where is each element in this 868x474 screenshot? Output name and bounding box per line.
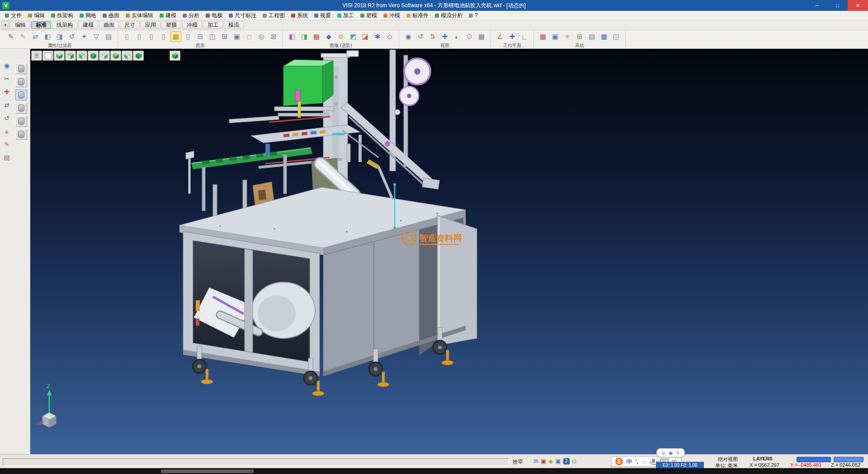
ribbon-tool-icon[interactable]: ▤	[586, 31, 597, 42]
ribbon-tool-icon[interactable]: ▯	[183, 31, 193, 42]
ribbon-tool-icon[interactable]: ⇄	[30, 31, 41, 42]
menu-item-塑模[interactable]: 塑模	[357, 11, 380, 20]
ribbon-tool-icon[interactable]: ⊞	[219, 31, 230, 42]
snap-button[interactable]: 拴宰	[513, 459, 523, 465]
ime-mini-popup[interactable]: ◎▣✎	[656, 448, 685, 457]
ribbon-tool-icon[interactable]: ▦	[311, 31, 322, 42]
ribbon-tool-icon[interactable]: ◎	[256, 31, 267, 42]
ribbon-tool-icon[interactable]: ✳	[562, 31, 573, 42]
tab-线架构[interactable]: 线架构	[52, 21, 77, 29]
ribbon-tool-icon[interactable]: ▽	[91, 31, 102, 42]
menu-item-?[interactable]: ?	[466, 11, 481, 20]
mini-popup-icon[interactable]: ✎	[676, 450, 679, 455]
menu-item-视窗[interactable]: 视窗	[311, 11, 334, 20]
ime-punctuation-icon[interactable]: ’,	[635, 459, 638, 465]
ribbon-tool-icon[interactable]: ⊙	[464, 31, 475, 42]
ribbon-tool-icon[interactable]: ▦	[170, 31, 181, 42]
ribbon-tool-icon[interactable]: ⊞	[574, 31, 585, 42]
menu-item-尺寸标注[interactable]: 尺寸标注	[226, 11, 259, 20]
tab-尺寸[interactable]: 尺寸	[120, 21, 140, 29]
ribbon-tool-icon[interactable]: ◉	[403, 31, 414, 42]
view-cube-button[interactable]	[65, 51, 76, 61]
menu-item-系统[interactable]: 系统	[288, 11, 311, 20]
ribbon-tool-icon[interactable]: ▩	[599, 31, 609, 42]
filter-tool-button[interactable]	[15, 129, 27, 140]
ribbon-tool-icon[interactable]: ✱	[372, 31, 383, 42]
tray-icon[interactable]: ▣	[541, 458, 546, 465]
layer-color-swatch[interactable]	[797, 457, 831, 462]
menu-item-文件[interactable]: 文件	[2, 11, 25, 20]
maximize-button[interactable]: □	[827, 0, 848, 11]
ime-logo-icon[interactable]: S	[615, 458, 623, 465]
ribbon-tool-icon[interactable]: ∠	[495, 31, 505, 42]
ribbon-tool-icon[interactable]: ▦	[476, 31, 487, 42]
ribbon-tool-icon[interactable]: ⊟	[195, 31, 206, 42]
side-tool-icon[interactable]: ▲	[2, 126, 12, 136]
viewcube-menu-button[interactable]: ☰	[31, 51, 42, 61]
menu-item-分析[interactable]: 分析	[179, 11, 203, 20]
view-blank-button[interactable]	[42, 51, 53, 61]
menu-item-网格[interactable]: 网格	[76, 11, 99, 20]
menu-item-曲面[interactable]: 曲面	[99, 11, 123, 20]
ribbon-tool-icon[interactable]: ✎	[18, 31, 28, 42]
viewport-3d[interactable]: ☰	[30, 49, 868, 454]
side-tool-icon[interactable]: ✚	[2, 87, 12, 97]
ribbon-tool-icon[interactable]: ◫	[207, 31, 218, 42]
ribbon-tool-icon[interactable]: ◐	[452, 31, 462, 42]
side-tool-icon[interactable]: ⇄	[2, 100, 12, 110]
ribbon-tool-icon[interactable]: ✦	[79, 31, 90, 42]
tab-应用[interactable]: 应用	[141, 21, 160, 29]
ribbon-tool-icon[interactable]: ◨	[299, 31, 310, 42]
tab-标准[interactable]: 标准	[31, 21, 51, 29]
layer-indicator[interactable]: LAYER0	[753, 456, 772, 461]
taskbar-item[interactable]	[161, 469, 254, 473]
view-mode-indicator[interactable]: 绝对视图	[718, 456, 738, 463]
ribbon-tool-icon[interactable]: ∟	[519, 31, 530, 42]
ribbon-tool-icon[interactable]: ✎	[5, 31, 16, 42]
ribbon-tool-icon[interactable]: ◇	[384, 31, 395, 42]
selection-color-swatch[interactable]	[834, 457, 863, 462]
menu-item-线架构[interactable]: 线架构	[48, 11, 76, 20]
ribbon-tool-icon[interactable]: ▣	[550, 31, 561, 42]
menu-item-加工[interactable]: 加工	[334, 11, 357, 20]
ribbon-tool-icon[interactable]: ↺	[66, 31, 77, 42]
notification-badge[interactable]: 2	[563, 458, 570, 465]
tab-编辑[interactable]: 编辑	[10, 21, 30, 29]
view-cube-button[interactable]	[122, 51, 132, 61]
ribbon-tool-icon[interactable]: ◧	[42, 31, 53, 42]
ribbon-tool-icon[interactable]: ◫	[611, 31, 622, 42]
ribbon-tool-icon[interactable]: ▯	[158, 31, 169, 42]
mini-popup-icon[interactable]: ▣	[669, 450, 673, 455]
tray-icon[interactable]: ⊙	[572, 458, 577, 465]
ribbon-tool-icon[interactable]: ▦	[538, 31, 548, 42]
view-cube-button[interactable]	[133, 51, 144, 61]
ribbon-tool-icon[interactable]: ⊠	[268, 31, 279, 42]
tab-建模[interactable]: 建模	[78, 21, 98, 29]
ime-language-icon[interactable]: 中	[626, 458, 632, 466]
menu-item-工程图[interactable]: 工程图	[259, 11, 288, 20]
side-tool-icon[interactable]: ✎	[2, 139, 12, 149]
ribbon-tool-icon[interactable]: ⇅	[427, 31, 438, 42]
menu-item-模流分析[interactable]: 模流分析	[432, 11, 466, 20]
menu-item-冲模[interactable]: 冲模	[380, 11, 403, 20]
ribbon-tool-icon[interactable]: ◪	[360, 31, 371, 42]
ribbon-tool-icon[interactable]: ◆	[323, 31, 334, 42]
ribbon-tool-icon[interactable]: ▯	[134, 31, 145, 42]
view-cube-button[interactable]	[76, 51, 87, 61]
minimize-button[interactable]: ─	[807, 0, 827, 11]
view-cube-button[interactable]	[88, 51, 99, 61]
menu-item-电极[interactable]: 电极	[203, 11, 226, 20]
ribbon-tool-icon[interactable]: ▯	[146, 31, 157, 42]
tab-冲模[interactable]: 冲模	[182, 21, 202, 29]
close-button[interactable]: ✕	[848, 0, 868, 11]
tab-dropdown-button[interactable]: ▼	[1, 21, 9, 29]
ribbon-tool-icon[interactable]: ▣	[231, 31, 242, 42]
ribbon-tool-icon[interactable]: ◨	[54, 31, 65, 42]
ribbon-tool-icon[interactable]: ◩	[348, 31, 359, 42]
ribbon-tool-icon[interactable]: ◧	[287, 31, 297, 42]
side-tool-icon[interactable]: ◉	[2, 61, 12, 71]
menu-item-实体编辑[interactable]: 实体编辑	[123, 11, 156, 20]
ime-emoji-icon[interactable]: ☺	[642, 458, 648, 465]
ribbon-tool-icon[interactable]: ▤	[103, 31, 114, 42]
ribbon-tool-icon[interactable]: □	[244, 31, 255, 42]
